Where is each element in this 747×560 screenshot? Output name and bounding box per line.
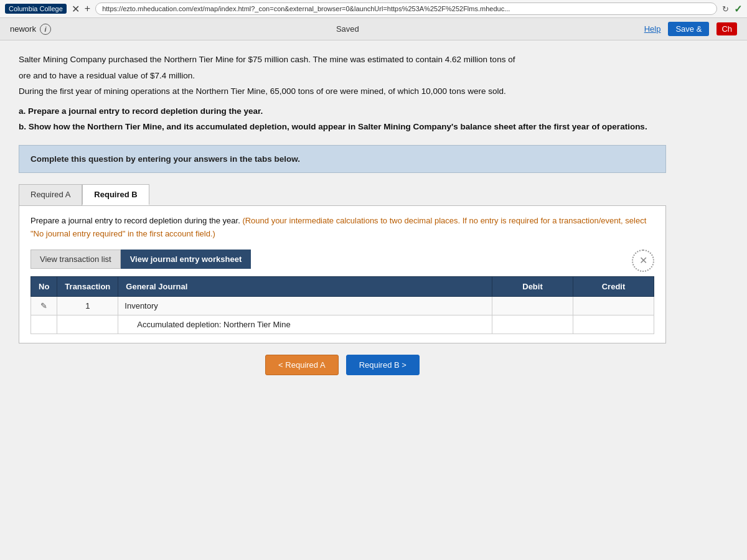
view-journal-worksheet-button[interactable]: View journal entry worksheet: [121, 250, 251, 269]
row2-no: [31, 315, 57, 334]
tabs: Required A Required B: [19, 184, 666, 205]
save-button[interactable]: Save &: [668, 22, 709, 36]
row2-credit[interactable]: [573, 315, 654, 334]
col-transaction: Transaction: [57, 276, 118, 296]
check-icon: ✓: [734, 3, 742, 15]
refresh-icon[interactable]: ↻: [722, 4, 729, 14]
columbia-badge: Columbia College: [5, 4, 67, 14]
browser-bar: Columbia College ✕ + https://ezto.mheduc…: [0, 0, 747, 18]
row1-no: ✎: [31, 296, 57, 315]
nav-right: Help Save & Ch: [644, 22, 737, 36]
instruction-box: Complete this question by entering your …: [19, 145, 666, 173]
tab-required-b[interactable]: Required B: [82, 184, 149, 205]
top-nav: nework i Saved Help Save & Ch: [0, 18, 747, 40]
problem-line2: ore and to have a residual value of $7.4…: [19, 69, 666, 83]
row1-credit[interactable]: [573, 296, 654, 315]
row2-general-journal[interactable]: Accumulated depletion: Northern Tier Min…: [118, 315, 492, 334]
problem-text: Salter Mining Company purchased the Nort…: [19, 53, 666, 134]
prev-button[interactable]: < Required A: [265, 355, 339, 375]
col-credit: Credit: [573, 276, 654, 296]
table-row: Accumulated depletion: Northern Tier Min…: [31, 315, 654, 334]
row2-transaction: [57, 315, 118, 334]
saved-status: Saved: [336, 24, 359, 34]
close-dotted-icon[interactable]: ✕: [632, 250, 654, 272]
row1-debit[interactable]: [492, 296, 573, 315]
instruction-text: Complete this question by entering your …: [31, 154, 654, 164]
nav-buttons: < Required A Required B >: [19, 355, 666, 375]
add-tab-icon[interactable]: +: [85, 3, 90, 14]
row1-transaction: 1: [57, 296, 118, 315]
col-no: No: [31, 276, 57, 296]
col-debit: Debit: [492, 276, 573, 296]
view-transaction-list-button[interactable]: View transaction list: [31, 250, 121, 269]
info-icon[interactable]: i: [40, 24, 51, 35]
col-general-journal: General Journal: [118, 276, 492, 296]
problem-part-b: b. Show how the Northern Tier Mine, and …: [19, 120, 666, 134]
dotted-icon-wrapper: ✕: [632, 250, 654, 272]
tab-required-a[interactable]: Required A: [19, 184, 82, 205]
edit-icon[interactable]: ✎: [40, 301, 47, 310]
help-link[interactable]: Help: [644, 24, 661, 34]
action-buttons: View transaction list View journal entry…: [31, 250, 654, 269]
url-bar[interactable]: https://ezto.mheducation.com/ext/map/ind…: [95, 2, 717, 15]
main-content: Salter Mining Company purchased the Nort…: [0, 40, 685, 388]
row2-debit[interactable]: [492, 315, 573, 334]
nav-left: nework i: [10, 24, 51, 35]
problem-part-a: a. Prepare a journal entry to record dep…: [19, 105, 666, 118]
problem-line1: Salter Mining Company purchased the Nort…: [19, 53, 666, 67]
tab-instructions-normal: Prepare a journal entry to record deplet…: [31, 216, 240, 225]
close-icon[interactable]: ✕: [72, 3, 80, 15]
ch-badge: Ch: [716, 22, 737, 35]
next-button[interactable]: Required B >: [346, 355, 420, 375]
journal-table: No Transaction General Journal Debit Cre…: [31, 276, 654, 334]
app-label: nework: [10, 24, 36, 34]
problem-line3: During the first year of mining operatio…: [19, 85, 666, 98]
tab-content-area: Prepare a journal entry to record deplet…: [19, 205, 666, 343]
table-row: ✎ 1 Inventory: [31, 296, 654, 315]
tab-instructions: Prepare a journal entry to record deplet…: [31, 215, 654, 241]
row1-general-journal[interactable]: Inventory: [118, 296, 492, 315]
